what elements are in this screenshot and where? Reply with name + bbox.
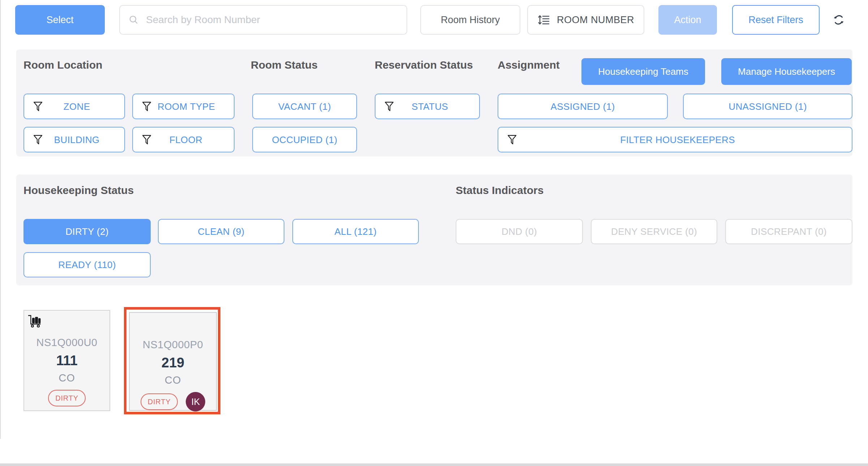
- deny-service-indicator-button[interactable]: DENY SERVICE (0): [591, 219, 717, 244]
- room-type-filter-label: ROOM TYPE: [158, 102, 215, 111]
- vacant-filter-label: VACANT (1): [255, 102, 354, 111]
- funnel-icon: [142, 134, 152, 145]
- floor-filter-label: FLOOR: [158, 135, 214, 144]
- reservation-status-title: Reservation Status: [375, 59, 473, 71]
- unassigned-filter-button[interactable]: UNASSIGNED (1): [683, 94, 852, 119]
- room-code: NS1Q000U0: [36, 337, 98, 349]
- sort-label: ROOM NUMBER: [557, 15, 634, 25]
- reservation-code: CO: [165, 374, 181, 386]
- zone-filter-button[interactable]: ZONE: [23, 94, 125, 119]
- funnel-icon: [33, 101, 43, 112]
- room-type-filter-button[interactable]: ROOM TYPE: [132, 94, 235, 119]
- discrepant-indicator-button[interactable]: DISCREPANT (0): [725, 219, 852, 244]
- reset-filters-button[interactable]: Reset Filters: [732, 5, 820, 35]
- select-button[interactable]: Select: [15, 5, 105, 35]
- sort-button[interactable]: ROOM NUMBER: [527, 5, 644, 35]
- vacant-filter-button[interactable]: VACANT (1): [252, 94, 357, 119]
- refresh-icon[interactable]: [830, 11, 848, 29]
- assigned-filter-button[interactable]: ASSIGNED (1): [498, 94, 668, 119]
- assignment-title: Assignment: [498, 59, 560, 71]
- floor-filter-button[interactable]: FLOOR: [132, 127, 235, 152]
- all-filter-button[interactable]: ALL (121): [292, 219, 419, 244]
- housekeeping-teams-button[interactable]: Housekeeping Teams: [581, 58, 705, 85]
- search-icon: [129, 15, 139, 25]
- room-number: 219: [162, 355, 184, 371]
- room-location-title: Room Location: [23, 59, 102, 71]
- room-card-219[interactable]: NS1Q000P0 219 CO DIRTY IK: [129, 312, 217, 411]
- funnel-icon: [33, 134, 43, 145]
- search-box[interactable]: [119, 5, 407, 35]
- search-input[interactable]: [145, 14, 398, 26]
- zone-filter-label: ZONE: [49, 102, 105, 111]
- clean-filter-button[interactable]: CLEAN (9): [158, 219, 284, 244]
- manage-housekeepers-button[interactable]: Manage Housekeepers: [721, 58, 852, 85]
- page-left-border: [0, 0, 1, 439]
- room-code: NS1Q000P0: [143, 339, 203, 351]
- room-card-111[interactable]: NS1Q000U0 111 CO DIRTY: [23, 310, 110, 411]
- reservation-code: CO: [59, 372, 75, 384]
- luggage-cart-icon: [27, 314, 43, 329]
- action-button[interactable]: Action: [658, 5, 717, 35]
- building-filter-button[interactable]: BUILDING: [23, 127, 125, 152]
- dnd-indicator-button[interactable]: DND (0): [456, 219, 583, 244]
- funnel-icon: [384, 101, 394, 112]
- housekeeper-initials-badge[interactable]: IK: [186, 392, 205, 411]
- assigned-filter-label: ASSIGNED (1): [500, 102, 665, 111]
- sort-icon: [537, 14, 550, 25]
- filter-housekeepers-button[interactable]: FILTER HOUSEKEEPERS: [498, 127, 852, 152]
- occupied-filter-button[interactable]: OCCUPIED (1): [252, 127, 357, 152]
- room-history-button[interactable]: Room History: [420, 5, 520, 35]
- housekeeping-status-title: Housekeeping Status: [23, 184, 134, 197]
- room-card-219-selected-frame: NS1Q000P0 219 CO DIRTY IK: [124, 307, 220, 414]
- housekeeping-room-management-page: Select Room History ROOM NUMBER Action R…: [0, 0, 868, 466]
- reservation-status-filter-button[interactable]: STATUS: [375, 94, 480, 119]
- dirty-filter-button[interactable]: DIRTY (2): [23, 219, 151, 244]
- funnel-icon: [142, 101, 152, 112]
- dirty-status-pill: DIRTY: [48, 390, 86, 406]
- filter-housekeepers-label: FILTER HOUSEKEEPERS: [523, 135, 832, 144]
- room-number: 111: [56, 353, 77, 368]
- funnel-icon: [507, 134, 517, 145]
- unassigned-filter-label: UNASSIGNED (1): [686, 102, 850, 111]
- reservation-status-filter-label: STATUS: [400, 102, 460, 111]
- status-indicators-title: Status Indicators: [456, 184, 543, 197]
- dirty-status-pill: DIRTY: [141, 393, 178, 410]
- room-status-title: Room Status: [251, 59, 318, 71]
- ready-filter-button[interactable]: READY (110): [23, 252, 151, 277]
- building-filter-label: BUILDING: [49, 135, 105, 144]
- occupied-filter-label: OCCUPIED (1): [255, 135, 354, 144]
- page-bottom-border: [0, 463, 868, 466]
